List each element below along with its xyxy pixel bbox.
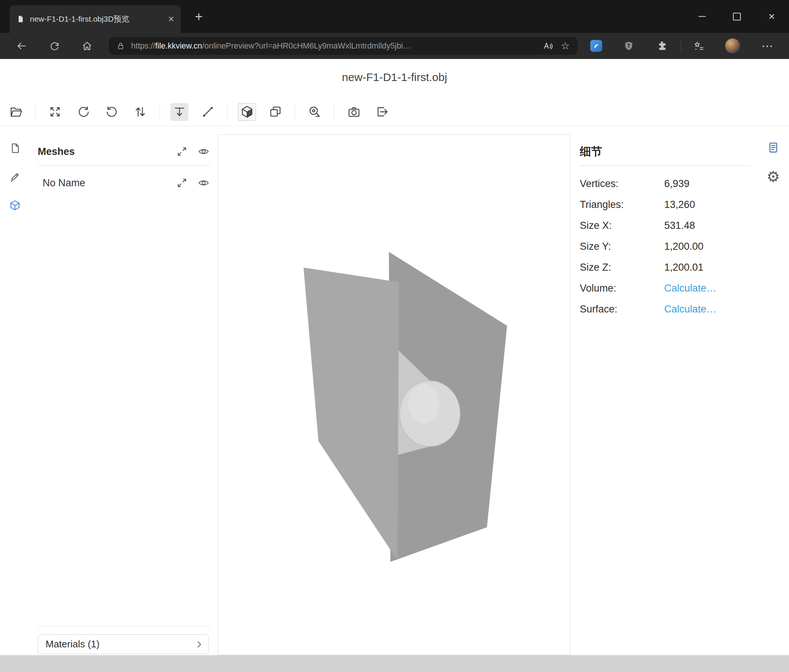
url-path: /onlinePreview?url=aHR0cHM6Ly9maWxlLmtrd… <box>202 41 411 50</box>
rotate-left-icon <box>77 105 90 119</box>
url-scheme: https:// <box>131 41 155 50</box>
rotate-right-button[interactable] <box>103 103 121 121</box>
details-row-size-y: Size Y: 1,200.00 <box>580 236 751 257</box>
tab-title: new-F1-D1-1-first.obj3D预览 <box>30 14 166 24</box>
details-list-icon <box>767 141 779 154</box>
details-row-vertices: Vertices: 6,939 <box>580 173 751 194</box>
window-maximize-button[interactable] <box>720 0 754 33</box>
measure-line-button[interactable] <box>199 103 217 121</box>
details-value: 1,200.00 <box>664 241 703 252</box>
puzzle-icon <box>656 40 668 51</box>
flip-vertical-button[interactable] <box>131 103 149 121</box>
wireframe-view-icon <box>268 105 283 119</box>
window-minimize-button[interactable] <box>685 0 720 33</box>
screenshot-button[interactable] <box>345 103 363 121</box>
home-button[interactable] <box>77 36 97 56</box>
browser-window: new-F1-D1-1-first.obj3D预览 × + × <box>0 0 789 672</box>
fit-view-icon <box>48 105 62 119</box>
expand-icon <box>176 146 188 158</box>
minimize-icon <box>699 16 706 17</box>
right-tab-settings[interactable]: ⚙ <box>764 168 782 186</box>
panel-divider <box>38 166 210 166</box>
profile-avatar[interactable] <box>725 38 740 53</box>
details-label: Size Y: <box>580 241 664 252</box>
extension-blue-button[interactable] <box>588 38 605 54</box>
window-close-button[interactable]: × <box>754 0 789 33</box>
address-bar[interactable]: https://file.kkview.cn/onlinePreview?url… <box>109 37 578 55</box>
panel-divider <box>580 166 751 166</box>
details-row-size-x: Size X: 531.48 <box>580 215 751 236</box>
sidebar-tab-materials[interactable] <box>6 168 24 186</box>
ellipsis-icon: ⋯ <box>761 40 773 52</box>
browser-tab[interactable]: new-F1-D1-1-first.obj3D预览 × <box>10 5 181 33</box>
toggle-all-visibility-button[interactable] <box>197 145 210 158</box>
calculate-volume-link[interactable]: Calculate… <box>664 283 717 294</box>
open-file-button[interactable] <box>7 103 25 121</box>
shaded-view-button[interactable] <box>238 103 256 121</box>
url-text: https://file.kkview.cn/onlinePreview?url… <box>131 41 540 51</box>
gear-icon: ⚙ <box>767 169 780 184</box>
bookmark-button[interactable]: ☆ <box>557 38 574 53</box>
lock-icon <box>116 41 125 50</box>
rotate-left-button[interactable] <box>74 103 92 121</box>
fit-mesh-button[interactable] <box>175 176 188 189</box>
details-value: 6,939 <box>664 178 690 189</box>
viewer-toolbar <box>0 98 789 126</box>
shield-icon <box>623 40 634 51</box>
toolbar-divider <box>680 41 681 51</box>
blue-extension-icon <box>590 40 602 52</box>
back-button[interactable] <box>12 36 31 56</box>
materials-button[interactable]: Materials (1) <box>38 634 209 654</box>
export-button[interactable] <box>373 103 391 121</box>
panel-divider <box>38 626 210 626</box>
home-icon <box>81 40 93 51</box>
open-file-icon <box>9 105 23 119</box>
back-arrow-icon <box>16 40 27 51</box>
eye-icon <box>198 177 209 189</box>
tab-close-icon[interactable]: × <box>166 14 176 24</box>
tab-favicon-icon <box>16 15 25 23</box>
rotate-right-icon <box>105 105 119 119</box>
details-label: Vertices: <box>580 178 664 189</box>
mesh-list-item[interactable]: No Name <box>38 174 210 191</box>
details-row-surface: Surface: Calculate… <box>580 299 751 320</box>
3d-model-canvas <box>218 135 570 655</box>
fit-all-meshes-button[interactable] <box>175 145 188 158</box>
right-tab-details[interactable] <box>764 139 782 156</box>
details-row-triangles: Triangles: 13,260 <box>580 194 751 215</box>
window-controls: × <box>685 0 789 33</box>
toggle-mesh-visibility-button[interactable] <box>197 176 210 189</box>
chevron-right-icon <box>194 640 204 649</box>
close-icon: × <box>768 10 775 23</box>
camera-icon <box>347 105 361 119</box>
fit-view-button[interactable] <box>46 103 64 121</box>
move-axis-button[interactable] <box>170 103 188 121</box>
move-axis-icon <box>172 105 187 119</box>
favorites-button[interactable] <box>690 38 708 54</box>
details-row-size-z: Size Z: 1,200.01 <box>580 257 751 278</box>
model-left-plane <box>304 268 399 561</box>
calculate-surface-link[interactable]: Calculate… <box>664 304 717 315</box>
new-tab-button[interactable]: + <box>191 10 206 24</box>
sidebar-tab-meshes[interactable] <box>6 196 24 214</box>
materials-icon <box>9 171 21 183</box>
refresh-icon <box>49 40 60 51</box>
browser-menu-button[interactable]: ⋯ <box>759 38 776 54</box>
maximize-icon <box>733 13 741 21</box>
window-bottom-edge <box>0 655 789 672</box>
sidebar-tab-file-info[interactable] <box>6 139 24 157</box>
details-panel: 细节 Vertices: 6,939 Triangles: 13,260 Siz… <box>580 143 751 320</box>
refresh-button[interactable] <box>45 36 64 56</box>
tab-strip: new-F1-D1-1-first.obj3D预览 × + × <box>0 0 789 33</box>
3d-viewport[interactable] <box>218 134 570 655</box>
details-value: 13,260 <box>664 199 695 210</box>
eye-icon <box>198 146 209 158</box>
toolbar-separator <box>35 105 35 119</box>
extensions-button[interactable] <box>653 38 671 54</box>
read-aloud-button[interactable] <box>540 38 557 53</box>
wireframe-view-button[interactable] <box>266 103 284 121</box>
measure-tape-button[interactable] <box>306 103 324 121</box>
meshes-panel: Meshes No Name <box>38 143 210 655</box>
extension-shield-button[interactable] <box>620 38 637 54</box>
meshes-panel-header: Meshes <box>38 143 210 160</box>
